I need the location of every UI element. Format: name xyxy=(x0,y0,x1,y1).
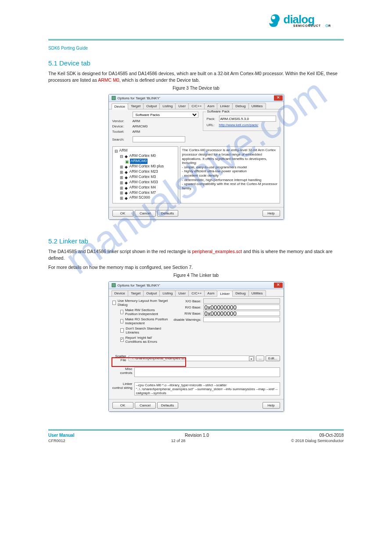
dialog-titlebar[interactable]: Options for Target 'BLINKY' ✕ xyxy=(109,94,284,102)
defaults-button[interactable]: Defaults xyxy=(157,402,178,409)
tree-expand-icon[interactable]: ⊞ xyxy=(120,175,123,179)
help-button[interactable]: Help xyxy=(263,210,280,217)
tab-listing[interactable]: Listing xyxy=(159,290,176,296)
use-memory-layout-label: Use Memory Layout from Target Dialog xyxy=(118,299,168,307)
tab-asm[interactable]: Asm xyxy=(204,103,217,109)
chapter-heading: SDK6 Porting Guide xyxy=(48,46,344,51)
ro-pi-checkbox[interactable] xyxy=(120,319,123,323)
report-mightfail-checkbox[interactable] xyxy=(120,337,124,342)
scatter-browse-button[interactable]: ... xyxy=(256,355,264,361)
tab-linker[interactable]: Linker xyxy=(217,290,233,297)
misc-controls-label: Misc controls xyxy=(112,367,133,375)
tree-expand-icon[interactable]: ⊞ xyxy=(120,186,123,189)
footer-page-number: 12 of 28 xyxy=(171,439,186,443)
nosearch-stdlib-label: Don't Search Standard Libraries xyxy=(126,326,168,334)
tab-utilities[interactable]: Utilities xyxy=(248,290,266,296)
tab-debug[interactable]: Debug xyxy=(232,103,249,109)
tab-target[interactable]: Target xyxy=(128,290,144,296)
dialog-tabs: Device Target Output Listing User C/C++ … xyxy=(109,289,284,297)
software-packs-select[interactable]: Software Packs xyxy=(133,112,198,118)
nosearch-stdlib-checkbox[interactable] xyxy=(120,328,124,333)
svg-text:R: R xyxy=(328,24,331,27)
tab-user[interactable]: User xyxy=(175,290,189,296)
tree-expand-icon[interactable]: ⊞ xyxy=(120,196,123,200)
pack-value-input xyxy=(219,116,276,122)
body-text: The DA14585 and DA14586 linker script sh… xyxy=(48,248,344,261)
tab-ccpp[interactable]: C/C++ xyxy=(188,103,205,109)
scatter-file-label: Scatter File xyxy=(112,355,127,362)
tab-ccpp[interactable]: C/C++ xyxy=(188,290,205,296)
toolset-value: ARM xyxy=(133,130,198,134)
tree-expand-icon[interactable]: ⊞ xyxy=(120,191,123,194)
figure-caption: Figure 4 The Linker tab xyxy=(48,273,344,278)
scatter-edit-button[interactable]: Edit... xyxy=(266,355,280,361)
options-target-dialog: Options for Target 'BLINKY' ✕ Device Tar… xyxy=(108,94,284,220)
tab-debug[interactable]: Debug xyxy=(232,290,249,296)
scatter-file-input[interactable]: ..\..\shared\peripheral_examples.sct ▾ xyxy=(129,355,255,361)
cancel-button[interactable]: Cancel xyxy=(135,402,156,409)
chevron-down-icon[interactable]: ▾ xyxy=(249,356,254,361)
pack-url-link[interactable]: http://www.keil.com/pack/ xyxy=(219,123,259,127)
tree-expand-icon[interactable]: ⊞ xyxy=(120,170,123,174)
help-button[interactable]: Help xyxy=(263,402,280,409)
use-memory-layout-checkbox[interactable] xyxy=(112,301,116,305)
device-selected-leaf[interactable]: ARMCM0 xyxy=(130,159,148,164)
ok-button[interactable]: OK xyxy=(112,402,133,409)
device-tree[interactable]: ⊟ARM ⊟◆ARM Cortex M0 ▣ARMCM0 ⊞◆ARM Corte… xyxy=(112,146,178,203)
software-pack-group: Software Pack Pack: URL:http://www.keil.… xyxy=(203,112,280,131)
chip-icon: ◆ xyxy=(125,196,128,200)
app-icon xyxy=(111,96,116,100)
footer-right: 09-Oct-2018 xyxy=(319,433,344,438)
tab-asm[interactable]: Asm xyxy=(204,290,217,296)
dialog-titlebar[interactable]: Options for Target 'BLINKY' ✕ xyxy=(109,282,284,289)
device-value: ARMCM0 xyxy=(133,124,198,128)
options-target-dialog: Options for Target 'BLINKY' ✕ Device Tar… xyxy=(108,281,284,412)
robase-input[interactable] xyxy=(203,305,280,310)
svg-rect-6 xyxy=(112,283,115,287)
disable-warnings-input[interactable] xyxy=(203,317,280,322)
vendor-label: Vendor: xyxy=(112,119,133,123)
defaults-button[interactable]: Defaults xyxy=(157,210,178,217)
tab-listing[interactable]: Listing xyxy=(159,103,176,109)
ok-button[interactable]: OK xyxy=(112,210,133,217)
device-description: The Cortex-M0 processor is an entry-leve… xyxy=(180,146,280,203)
cancel-button[interactable]: Cancel xyxy=(135,210,156,217)
tree-collapse-icon[interactable]: ⊟ xyxy=(115,149,118,152)
svg-point-0 xyxy=(272,16,275,19)
tab-device[interactable]: Device xyxy=(111,103,128,109)
software-pack-legend: Software Pack xyxy=(206,109,231,113)
figure-caption: Figure 3 The Device tab xyxy=(48,86,344,91)
brand-logo: dialog SEMICONDUCT R xyxy=(0,0,392,35)
rwbase-input[interactable] xyxy=(203,311,280,316)
misc-controls-textarea[interactable] xyxy=(134,367,280,377)
rw-pi-label: Make RW Sections Position Independent xyxy=(125,308,168,316)
tab-device[interactable]: Device xyxy=(111,290,128,296)
ro-pi-label: Make RO Sections Position Independent xyxy=(125,317,168,325)
tab-linker[interactable]: Linker xyxy=(217,103,233,109)
search-label: Search: xyxy=(112,138,133,141)
top-rule xyxy=(48,39,344,41)
close-icon[interactable]: ✕ xyxy=(274,283,283,288)
tab-target[interactable]: Target xyxy=(128,103,144,109)
chip-icon: ◆ xyxy=(125,170,128,174)
tab-output[interactable]: Output xyxy=(143,103,160,109)
tab-user[interactable]: User xyxy=(175,103,189,109)
tree-expand-icon[interactable]: ⊞ xyxy=(120,165,123,168)
chip-icon: ◆ xyxy=(125,154,128,158)
url-label: URL: xyxy=(207,123,219,127)
chip-icon: ◆ xyxy=(125,191,128,194)
tab-utilities[interactable]: Utilities xyxy=(248,103,266,109)
device-leaf-icon: ▣ xyxy=(125,160,129,163)
footer-center: Revision 1.0 xyxy=(185,433,209,438)
xobase-input xyxy=(203,298,280,304)
device-search-input[interactable] xyxy=(133,136,185,142)
tab-output[interactable]: Output xyxy=(143,290,160,296)
linker-control-string-label: Linker control string xyxy=(112,382,133,390)
close-icon[interactable]: ✕ xyxy=(274,95,283,101)
tree-expand-icon[interactable]: ⊞ xyxy=(120,181,123,184)
rw-pi-checkbox[interactable] xyxy=(120,310,123,314)
svg-rect-5 xyxy=(112,96,115,100)
tree-collapse-icon[interactable]: ⊟ xyxy=(120,154,123,158)
dialog-title: Options for Target 'BLINKY' xyxy=(118,283,274,287)
app-icon xyxy=(111,283,116,287)
